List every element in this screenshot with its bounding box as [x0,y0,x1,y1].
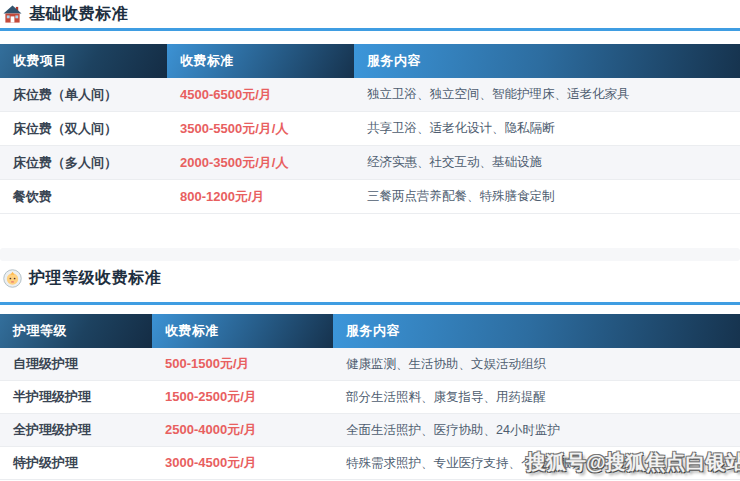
table-row: 床位费（单人间） 4500-6500元/月 独立卫浴、独立空间、智能护理床、适老… [0,78,740,112]
column-header-price: 收费标准 [167,44,354,78]
title-underline [0,28,740,31]
table-row: 餐饮费 800-1200元/月 三餐两点营养配餐、特殊膳食定制 [0,180,740,214]
column-header-services: 服务内容 [333,314,740,348]
section-divider [0,248,740,261]
fee-services: 独立卫浴、独立空间、智能护理床、适老化家具 [354,78,740,112]
nursing-level: 半护理级护理 [0,381,152,414]
fee-services: 健康监测、生活协助、文娱活动组织 [333,348,740,381]
column-header-item: 收费项目 [0,44,167,78]
fee-price: 2500-4000元/月 [152,414,333,447]
title-underline [0,302,740,305]
column-header-price: 收费标准 [152,314,333,348]
nursing-level: 全护理级护理 [0,414,152,447]
baby-icon [3,269,22,288]
table-row: 自理级护理 500-1500元/月 健康监测、生活协助、文娱活动组织 [0,348,740,381]
fee-price: 500-1500元/月 [152,348,333,381]
house-icon [3,5,22,24]
table-header-row: 护理等级 收费标准 服务内容 [0,314,740,348]
nursing-level: 特护级护理 [0,447,152,480]
fee-services: 三餐两点营养配餐、特殊膳食定制 [354,180,740,214]
fee-price: 3000-4500元/月 [152,447,333,480]
fee-item: 餐饮费 [0,180,167,214]
sohu-watermark: 搜狐号@搜狐焦点白银站 [526,449,740,476]
fee-price: 800-1200元/月 [167,180,354,214]
section-title-basic-fees: 基础收费标准 [3,3,128,25]
section-title-text: 基础收费标准 [29,4,128,25]
fee-services: 经济实惠、社交互动、基础设施 [354,146,740,180]
fee-item: 床位费（单人间） [0,78,167,112]
table-row: 全护理级护理 2500-4000元/月 全面生活照护、医疗协助、24小时监护 [0,414,740,447]
table-row: 半护理级护理 1500-2500元/月 部分生活照料、康复指导、用药提醒 [0,381,740,414]
nursing-level: 自理级护理 [0,348,152,381]
section-title-text: 护理等级收费标准 [29,268,161,289]
column-header-services: 服务内容 [354,44,740,78]
fee-services: 部分生活照料、康复指导、用药提醒 [333,381,740,414]
column-header-level: 护理等级 [0,314,152,348]
fee-item: 床位费（双人间） [0,112,167,146]
basic-fee-table: 收费项目 收费标准 服务内容 床位费（单人间） 4500-6500元/月 独立卫… [0,44,740,214]
fee-services: 全面生活照护、医疗协助、24小时监护 [333,414,740,447]
article-fee-page: 基础收费标准 收费项目 收费标准 服务内容 床位费（单人间） 4500-6500… [0,0,740,481]
table-row: 床位费（双人间） 3500-5500元/月/人 共享卫浴、适老化设计、隐私隔断 [0,112,740,146]
fee-item: 床位费（多人间） [0,146,167,180]
table-header-row: 收费项目 收费标准 服务内容 [0,44,740,78]
fee-price: 3500-5500元/月/人 [167,112,354,146]
fee-price: 1500-2500元/月 [152,381,333,414]
table-row: 床位费（多人间） 2000-3500元/月/人 经济实惠、社交互动、基础设施 [0,146,740,180]
fee-price: 4500-6500元/月 [167,78,354,112]
section-title-nursing-fees: 护理等级收费标准 [3,267,161,289]
fee-price: 2000-3500元/月/人 [167,146,354,180]
fee-services: 共享卫浴、适老化设计、隐私隔断 [354,112,740,146]
